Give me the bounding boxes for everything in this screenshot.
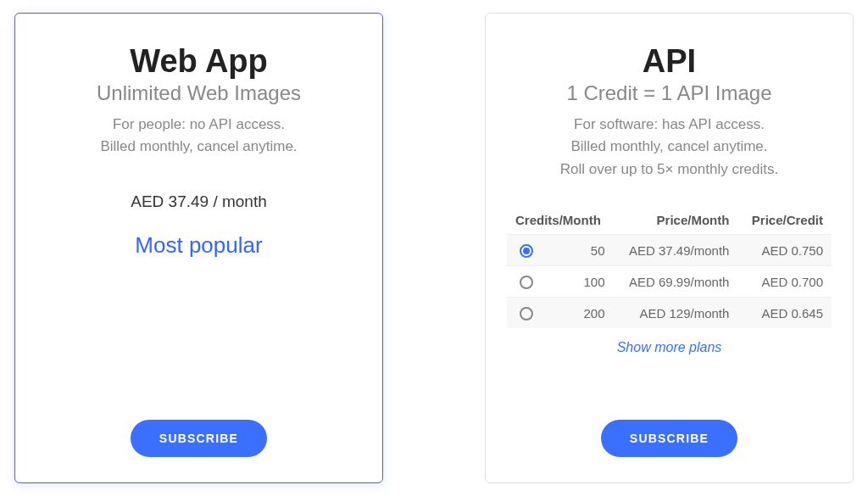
webapp-card[interactable]: Web App Unlimited Web Images For people:…: [14, 13, 383, 483]
api-plans-table: Credits/Month Price/Month Price/Credit 5…: [507, 206, 832, 328]
plan-unit: AED 0.750: [737, 235, 832, 266]
plan-radio-cell[interactable]: [507, 235, 545, 266]
show-more-plans-link[interactable]: Show more plans: [617, 340, 722, 355]
api-description: For software: has API access. Billed mon…: [560, 114, 778, 181]
webapp-subscribe-button[interactable]: SUBSCRIBE: [131, 420, 267, 457]
pricing-cards-container: Web App Unlimited Web Images For people:…: [8, 13, 860, 483]
header-unit: Price/Credit: [737, 206, 832, 235]
table-row[interactable]: 100 AED 69.99/month AED 0.700: [507, 266, 832, 298]
radio-icon[interactable]: [520, 276, 533, 289]
api-desc-line2: Billed monthly, cancel anytime.: [570, 138, 767, 154]
header-credits: Credits/Month: [507, 206, 613, 235]
header-price: Price/Month: [613, 206, 737, 235]
plan-price: AED 129/month: [613, 298, 737, 329]
plan-unit: AED 0.700: [737, 266, 832, 298]
plan-radio-cell[interactable]: [507, 298, 545, 329]
plan-price: AED 37.49/month: [613, 235, 737, 266]
radio-icon[interactable]: [520, 307, 533, 320]
plan-credits: 100: [545, 266, 613, 298]
webapp-price: AED 37.49 / month: [131, 192, 267, 211]
webapp-title: Web App: [130, 43, 268, 80]
api-title: API: [643, 43, 696, 80]
table-row[interactable]: 50 AED 37.49/month AED 0.750: [507, 235, 832, 266]
most-popular-badge: Most popular: [135, 232, 262, 259]
webapp-description: For people: no API access. Billed monthl…: [100, 114, 297, 159]
plan-credits: 200: [545, 298, 613, 329]
plan-price: AED 69.99/month: [613, 266, 737, 298]
plan-credits: 50: [545, 235, 613, 266]
plan-radio-cell[interactable]: [507, 266, 545, 298]
plan-unit: AED 0.645: [737, 298, 832, 329]
api-desc-line3: Roll over up to 5× monthly credits.: [560, 161, 778, 177]
webapp-subtitle: Unlimited Web Images: [97, 81, 301, 105]
api-desc-line1: For software: has API access.: [574, 116, 765, 132]
table-row[interactable]: 200 AED 129/month AED 0.645: [507, 298, 832, 329]
api-card[interactable]: API 1 Credit = 1 API Image For software:…: [485, 13, 854, 483]
webapp-desc-line2: Billed monthly, cancel anytime.: [100, 138, 297, 154]
api-subtitle: 1 Credit = 1 API Image: [566, 81, 771, 105]
table-header-row: Credits/Month Price/Month Price/Credit: [507, 206, 832, 235]
api-subscribe-button[interactable]: SUBSCRIBE: [601, 420, 737, 457]
webapp-desc-line1: For people: no API access.: [113, 116, 285, 132]
radio-icon[interactable]: [520, 244, 533, 258]
